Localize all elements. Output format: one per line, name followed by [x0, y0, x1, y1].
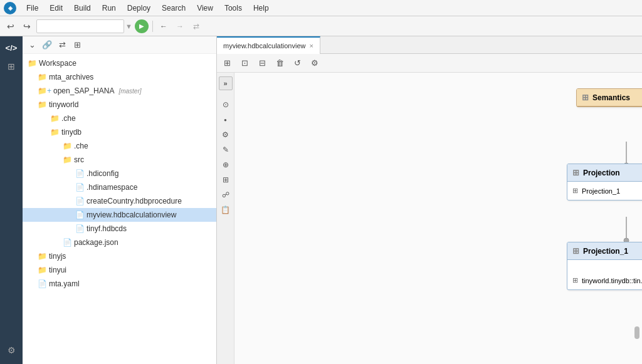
myview-label: myview.hdbcalculationview [87, 211, 176, 219]
tree-package-json[interactable]: 📄 package.json [23, 236, 216, 249]
menu-tools[interactable]: Tools [219, 3, 247, 14]
canvas-link-tool[interactable]: ☍ [219, 188, 233, 202]
projection1-node-icon: ⊞ [572, 246, 579, 256]
projection-row-icon: ⊞ [572, 187, 578, 195]
collapse-all-button[interactable]: ⌄ [25, 38, 39, 52]
toolbar-delete-button[interactable]: 🗑 [272, 56, 287, 71]
tree-myview[interactable]: 📄 myview.hdbcalculationview [23, 208, 216, 222]
toolbar-undo-button[interactable]: ↺ [290, 56, 305, 71]
menu-deploy[interactable]: Deploy [122, 3, 155, 14]
sidebar-code-icon[interactable]: </> [2, 39, 21, 56]
canvas-grid-tool[interactable]: ⊞ [219, 173, 233, 187]
projection1-row: ⊞ tinyworld.tinydb::tin... [572, 275, 642, 286]
undo-button[interactable]: ↩ [4, 19, 18, 33]
create-country-file-icon: 📄 [75, 197, 85, 205]
projection1-node-header: ⊞ Projection_1 ∧ [567, 242, 642, 260]
tinydb-folder-icon: 📁 [50, 128, 60, 137]
toolbar-minus-button[interactable]: ⊟ [255, 56, 270, 71]
expand-button[interactable]: » [219, 76, 233, 90]
tree-create-country[interactable]: 📄 createCountry.hdbprocedure [23, 194, 216, 208]
projection-node-icon: ⊞ [572, 168, 579, 177]
tree-che-2[interactable]: 📁 .che [23, 139, 216, 153]
toolbar-copy-button[interactable]: ⊡ [237, 56, 252, 71]
tinyworld-label: tinyworld [49, 100, 78, 109]
menu-edit[interactable]: Edit [45, 3, 68, 14]
canvas-pencil-tool[interactable]: ✎ [219, 143, 233, 157]
tinyf-label: tinyf.hdbcds [87, 224, 127, 233]
scroll-handle[interactable] [634, 326, 639, 339]
main-container: </> ⊞ ⚙ ⌄ 🔗 ⇄ ⊞ 📁 Workspace 📁 mta_archiv… [0, 36, 642, 364]
hdinamespace-file-icon: 📄 [75, 183, 85, 192]
tab-myview[interactable]: myview.hdbcalculationview × [217, 36, 320, 54]
projection1-header-left: ⊞ Projection_1 [572, 246, 628, 256]
tree-tinyf[interactable]: 📄 tinyf.hdbcds [23, 222, 216, 236]
nav-back-button[interactable]: ← [157, 19, 171, 33]
tree-mta-yaml[interactable]: 📄 mta.yaml [23, 277, 216, 291]
menu-run[interactable]: Run [97, 3, 121, 14]
tree-src[interactable]: 📁 src [23, 153, 216, 167]
open-sap-badge: [master] [118, 88, 141, 95]
sidebar-settings-icon[interactable]: ⚙ [2, 341, 21, 359]
projection1-node-label: Projection_1 [583, 247, 628, 256]
tree-hdinamespace[interactable]: 📄 .hdinamespace [23, 180, 216, 194]
location-input[interactable] [36, 19, 124, 33]
sync-button[interactable]: ⇄ [55, 38, 69, 52]
create-country-label: createCountry.hdbprocedure [87, 197, 182, 205]
hdiconfig-label: .hdiconfig [87, 169, 118, 178]
tab-close-button[interactable]: × [309, 42, 313, 49]
file-panel: ⌄ 🔗 ⇄ ⊞ 📁 Workspace 📁 mta_archives 📁+ op… [23, 36, 217, 364]
sidebar-explorer-icon[interactable]: ⊞ [2, 58, 21, 75]
tree-tinyjs[interactable]: 📁 tinyjs [23, 249, 216, 263]
src-folder-icon: 📁 [63, 155, 72, 164]
tinyjs-folder-icon: 📁 [38, 252, 47, 261]
tree-tinyworld[interactable]: 📁 tinyworld [23, 98, 216, 112]
tree-workspace[interactable]: 📁 Workspace [23, 56, 216, 70]
mta-archives-folder-icon: 📁 [38, 73, 47, 81]
mta-archives-label: mta_archives [49, 73, 93, 81]
canvas-add-tool[interactable]: ⊕ [219, 158, 233, 172]
tree-hdiconfig[interactable]: 📄 .hdiconfig [23, 167, 216, 180]
projection-row-label: Projection_1 [582, 187, 620, 195]
icon-sidebar: </> ⊞ ⚙ [0, 36, 23, 364]
tinyui-folder-icon: 📁 [38, 266, 47, 274]
projection1-node-body: ▼ ⊞ tinyworld.tinydb::tin... [567, 260, 642, 289]
canvas-dot-tool[interactable]: ● [219, 113, 233, 127]
menu-help[interactable]: Help [248, 3, 274, 14]
toolbar-divider [152, 21, 153, 32]
tree-mta-archives[interactable]: 📁 mta_archives [23, 70, 216, 84]
nav-share-button[interactable]: ⇄ [189, 19, 203, 33]
tree-tinyui[interactable]: 📁 tinyui [23, 263, 216, 277]
canvas-copy-tool[interactable]: 📋 [219, 203, 233, 217]
toolbar-settings-button[interactable]: ⚙ [307, 56, 322, 71]
menu-view[interactable]: View [192, 3, 218, 14]
tree-open-sap-hana[interactable]: 📁+ open_SAP_HANA [master] [23, 84, 216, 98]
package-json-file-icon: 📄 [63, 238, 72, 247]
menu-bar: ◈ File Edit Build Run Deploy Search View… [0, 0, 642, 16]
semantics-node[interactable]: ⊞ Semantics [576, 88, 642, 107]
canvas-gear-tool[interactable]: ⚙ [219, 128, 233, 142]
redo-button[interactable]: ↪ [20, 19, 34, 33]
menu-build[interactable]: Build [69, 3, 96, 14]
hdinamespace-label: .hdinamespace [87, 183, 137, 192]
tree-tinydb[interactable]: 📁 tinydb [23, 125, 216, 139]
projection-node-body: ⊞ Projection_1 [567, 182, 642, 200]
link-button[interactable]: 🔗 [40, 38, 54, 52]
open-sap-folder-icon: 📁+ [38, 86, 51, 95]
che2-label: .che [74, 142, 88, 150]
semantics-header-left: ⊞ Semantics [582, 93, 630, 102]
run-button[interactable]: ▶ [135, 19, 149, 33]
workspace-label: Workspace [39, 59, 76, 68]
nav-forward-button[interactable]: → [173, 19, 187, 33]
projection1-node[interactable]: ⊞ Projection_1 ∧ ▼ ⊞ tinyworld.tinydb::t… [567, 242, 642, 290]
che1-folder-icon: 📁 [50, 114, 60, 123]
toolbar-grid-button[interactable]: ⊞ [219, 56, 234, 71]
projection-node[interactable]: ⊞ Projection ∧ ⊞ Projection_1 [567, 164, 642, 200]
tree-che-1[interactable]: 📁 .che [23, 112, 216, 125]
canvas-circle-tool[interactable]: ⊙ [219, 98, 233, 112]
file-tree: 📁 Workspace 📁 mta_archives 📁+ open_SAP_H… [23, 54, 216, 364]
projection-header-left: ⊞ Projection [572, 168, 620, 177]
tinyui-label: tinyui [49, 266, 66, 274]
menu-search[interactable]: Search [157, 3, 191, 14]
grid-button[interactable]: ⊞ [70, 38, 84, 52]
menu-file[interactable]: File [21, 3, 43, 14]
